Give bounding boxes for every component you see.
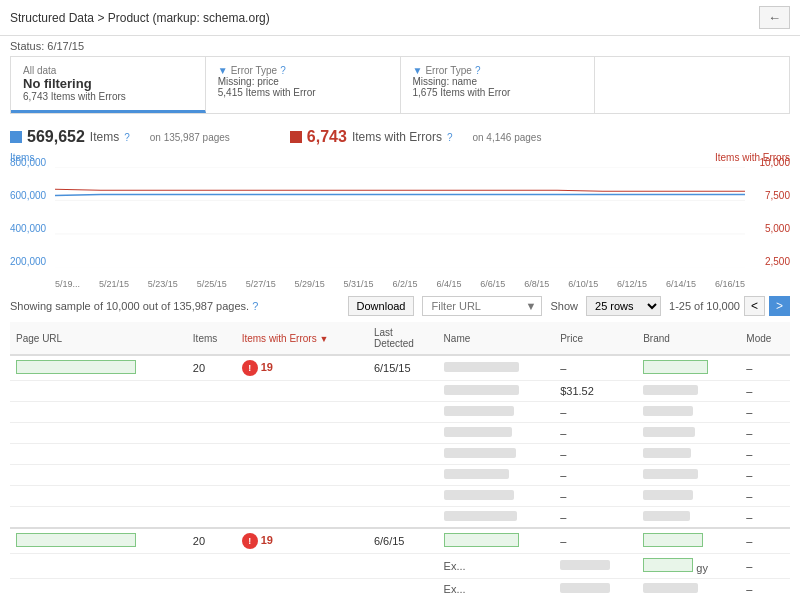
chart-y-labels-left: 800,000 600,000 400,000 200,000 <box>10 157 60 267</box>
brand-cell <box>637 423 740 444</box>
name-cell: Ex... <box>438 554 555 579</box>
brand-cell <box>637 486 740 507</box>
errors-cell: ! 19 <box>236 355 368 381</box>
chart-svg <box>55 167 745 268</box>
sample-text: Showing sample of 10,000 out of 135,987 … <box>10 300 340 312</box>
table-row: 20 ! 19 6/15/15 – – <box>10 355 790 381</box>
errors-help-icon[interactable]: ? <box>447 132 453 143</box>
brand-cell <box>637 528 740 554</box>
brand-cell: gy <box>637 554 740 579</box>
brand-cell <box>637 465 740 486</box>
url-cell <box>10 528 187 554</box>
status-bar: Status: 6/17/15 <box>0 36 800 56</box>
mode-cell: – <box>740 355 790 381</box>
col-page-url: Page URL <box>10 322 187 355</box>
filter-all[interactable]: All data No filtering 6,743 Items with E… <box>11 57 206 113</box>
table-row: Ex... gy – <box>10 554 790 579</box>
filter-name[interactable]: ▼ Error Type ? Missing: name 1,675 Items… <box>401 57 596 113</box>
name-cell <box>438 423 555 444</box>
name-cell <box>438 486 555 507</box>
next-page-button[interactable]: > <box>769 296 790 316</box>
brand-cell <box>637 402 740 423</box>
breadcrumb: Structured Data > Product (markup: schem… <box>10 11 270 25</box>
col-brand: Brand <box>637 322 740 355</box>
brand-cell <box>637 507 740 529</box>
col-price: Price <box>554 322 637 355</box>
col-items: Items <box>187 322 236 355</box>
table-header-row: Page URL Items Items with Errors ▼ LastD… <box>10 322 790 355</box>
errors-color-box <box>290 131 302 143</box>
brand-cell <box>637 579 740 599</box>
errors-count: 6,743 <box>307 128 347 146</box>
stat-errors: 6,743 Items with Errors ? <box>290 128 453 146</box>
items-cell: 20 <box>187 355 236 381</box>
name-cell <box>438 465 555 486</box>
chart-x-axis: 5/19... 5/21/15 5/23/15 5/25/15 5/27/15 … <box>55 279 745 289</box>
items-count: 569,652 <box>27 128 85 146</box>
breadcrumb-root: Structured Data <box>10 11 94 25</box>
page-header: Structured Data > Product (markup: schem… <box>0 0 800 36</box>
status-date: 6/17/15 <box>47 40 84 52</box>
filter-url-container[interactable]: ▼ <box>422 296 542 316</box>
name-cell <box>438 528 555 554</box>
items-sub: on 135,987 pages <box>150 132 230 143</box>
table-row: – – <box>10 444 790 465</box>
col-errors[interactable]: Items with Errors ▼ <box>236 322 368 355</box>
table-row: – – <box>10 423 790 444</box>
prev-page-button[interactable]: < <box>744 296 765 316</box>
brand-cell <box>637 381 740 402</box>
col-name: Name <box>438 322 555 355</box>
name-cell <box>438 444 555 465</box>
brand-cell <box>637 444 740 465</box>
table-controls: Showing sample of 10,000 out of 135,987 … <box>0 292 800 322</box>
filter-empty <box>595 57 789 113</box>
name-cell: Ex... <box>438 579 555 599</box>
error-badge: ! <box>242 360 258 376</box>
table-row: 20 ! 19 6/6/15 – – <box>10 528 790 554</box>
filter-url-input[interactable] <box>431 300 521 312</box>
url-cell <box>10 355 187 381</box>
url-cell <box>10 381 187 402</box>
error-badge: ! <box>242 533 258 549</box>
filter-price[interactable]: ▼ Error Type ? Missing: price 5,415 Item… <box>206 57 401 113</box>
filter-all-sublabel: No filtering <box>23 76 193 91</box>
table-row: – – <box>10 465 790 486</box>
download-button[interactable]: Download <box>348 296 415 316</box>
name-cell <box>438 402 555 423</box>
last-detected-cell: 6/15/15 <box>368 355 438 381</box>
sample-help-icon[interactable]: ? <box>252 300 258 312</box>
items-color-box <box>10 131 22 143</box>
back-button[interactable]: ← <box>759 6 790 29</box>
stats-row: 569,652 Items ? on 135,987 pages 6,743 I… <box>0 122 800 152</box>
table-row: Ex... – <box>10 579 790 599</box>
brand-cell <box>637 355 740 381</box>
name-cell <box>438 355 555 381</box>
col-last-detected: LastDetected <box>368 322 438 355</box>
table-row: – – <box>10 486 790 507</box>
price-cell: $31.52 <box>554 381 637 402</box>
table-row: – – <box>10 507 790 529</box>
filter-row: All data No filtering 6,743 Items with E… <box>10 56 790 114</box>
show-label: Show <box>550 300 578 312</box>
chart-y-labels-right: 10,000 7,500 5,000 2,500 <box>750 157 790 267</box>
pagination: 1-25 of 10,000 < > <box>669 296 790 316</box>
col-mode: Mode <box>740 322 790 355</box>
page-title: Product (markup: schema.org) <box>108 11 270 25</box>
name-cell <box>438 507 555 529</box>
rows-select[interactable]: 25 rows 50 rows 100 rows <box>586 296 661 316</box>
name-cell <box>438 381 555 402</box>
table-row: – – <box>10 402 790 423</box>
chart-area: Items Items with Errors 800,000 600,000 … <box>0 152 800 292</box>
table-row: $31.52 – <box>10 381 790 402</box>
errors-sub: on 4,146 pages <box>472 132 541 143</box>
stat-items: 569,652 Items ? <box>10 128 130 146</box>
data-table: Page URL Items Items with Errors ▼ LastD… <box>10 322 790 598</box>
filter-icon: ▼ <box>525 300 536 312</box>
price-cell: – <box>554 355 637 381</box>
items-help-icon[interactable]: ? <box>124 132 130 143</box>
